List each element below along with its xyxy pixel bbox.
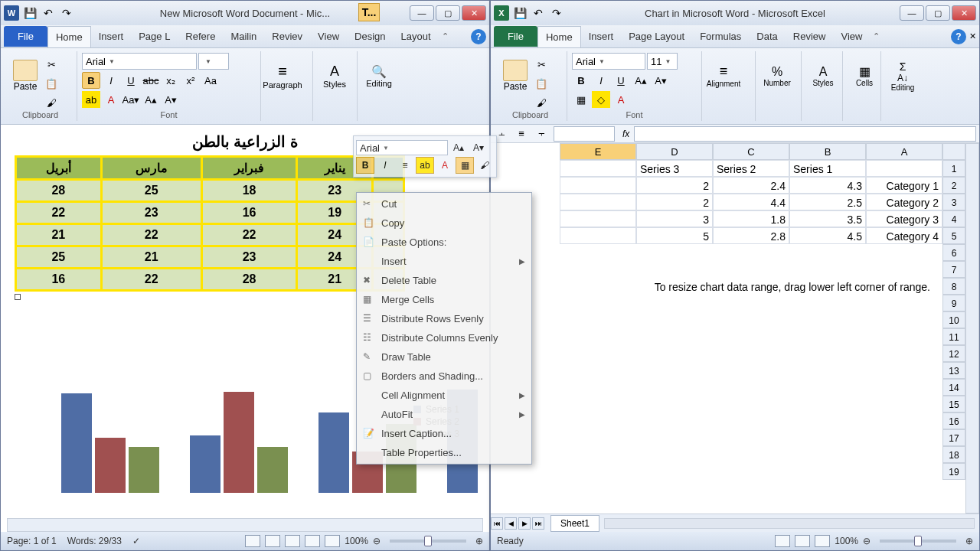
mini-shrink-font[interactable]: A▾ — [469, 139, 488, 156]
editing-button[interactable]: 🔍 Editing — [362, 53, 396, 99]
fill-color-button[interactable]: ◇ — [592, 91, 610, 108]
align-middle-icon[interactable]: ≡ — [512, 126, 531, 142]
align-bottom-icon[interactable]: ⫟ — [532, 126, 550, 142]
outline-view[interactable] — [305, 535, 320, 547]
excel-grid[interactable]: 1 2 3 4 5 6 7 8 9 10 11 12 13 14 15 16 1… — [491, 143, 965, 514]
name-box[interactable] — [554, 126, 615, 142]
redo-icon[interactable]: ↷ — [59, 5, 74, 21]
table-header[interactable]: مارس — [101, 157, 201, 180]
row-header[interactable]: 7 — [942, 261, 965, 278]
ctx-copy[interactable]: 📋Copy — [358, 214, 530, 233]
table-resize-handle[interactable] — [15, 294, 21, 300]
sheet-nav-next[interactable]: ▶ — [518, 517, 531, 530]
cell[interactable]: Category 3 — [866, 210, 942, 227]
grow-font-button[interactable]: A▴ — [632, 72, 650, 89]
col-header[interactable]: D — [636, 143, 713, 160]
page-status[interactable]: Page: 1 of 1 — [7, 536, 57, 546]
zoom-in-button[interactable]: ⊕ — [475, 536, 483, 546]
help-icon[interactable]: ? — [471, 29, 486, 44]
tab-insert[interactable]: Insert — [91, 26, 132, 47]
cell[interactable] — [560, 177, 636, 194]
minimize-ribbon-icon[interactable]: ⌃ — [442, 31, 449, 41]
fx-icon[interactable]: fx — [622, 129, 629, 139]
row-header[interactable]: 18 — [942, 446, 965, 463]
font-color-button[interactable]: A — [102, 91, 120, 108]
shrink-font-button[interactable]: A▾ — [652, 72, 670, 89]
cut-icon[interactable]: ✂ — [532, 56, 550, 73]
sheet-nav-prev[interactable]: ◀ — [505, 517, 517, 530]
tab-design[interactable]: Design — [347, 26, 393, 47]
underline-button[interactable]: U — [612, 72, 630, 89]
minimize-button[interactable]: — — [900, 5, 924, 21]
web-view[interactable] — [285, 535, 300, 547]
row-header[interactable]: 4 — [942, 210, 965, 227]
mini-highlight[interactable]: ab — [416, 157, 434, 174]
cut-icon[interactable]: ✂ — [42, 56, 60, 73]
cell[interactable]: 2.5 — [789, 194, 866, 210]
mini-align[interactable]: ≡ — [396, 157, 414, 174]
ctx-insert-caption[interactable]: 📝Insert Caption... — [358, 424, 530, 443]
underline-button[interactable]: U — [122, 72, 140, 89]
bold-button[interactable]: B — [572, 72, 590, 89]
sheet-nav-first[interactable]: ⏮ — [491, 517, 503, 530]
sheet-nav-last[interactable]: ⏭ — [532, 517, 544, 530]
highlight-button[interactable]: ab — [82, 91, 100, 108]
row-header[interactable]: 14 — [942, 379, 965, 396]
minimize-button[interactable]: — — [410, 5, 434, 21]
col-header[interactable]: C — [713, 143, 789, 160]
mini-font-combo[interactable]: Arial▼ — [356, 140, 448, 155]
cell[interactable] — [560, 194, 636, 210]
mini-bold[interactable]: B — [356, 157, 374, 174]
font-name-combo[interactable]: Arial▼ — [82, 53, 197, 70]
row-header[interactable]: 12 — [942, 345, 965, 362]
paste-button[interactable]: Paste — [498, 53, 532, 99]
cell[interactable]: 4.3 — [789, 177, 866, 194]
spell-check-icon[interactable]: ✓ — [132, 536, 140, 546]
col-header[interactable]: E — [560, 143, 636, 160]
tab-home[interactable]: Home — [537, 26, 581, 47]
cell[interactable]: Series 2 — [713, 160, 789, 177]
tab-mailings[interactable]: Mailin — [223, 26, 264, 47]
shrink-font-button[interactable]: A▾ — [162, 91, 180, 108]
row-header[interactable]: 15 — [942, 396, 965, 412]
ctx-cut[interactable]: ✂Cut — [358, 194, 530, 214]
font-name-combo[interactable]: Arial▼ — [572, 53, 645, 70]
alignment-button[interactable]: ≡Alignment — [707, 53, 740, 99]
row-header[interactable]: 10 — [942, 311, 965, 328]
cells-button[interactable]: ▦Cells — [848, 53, 881, 99]
undo-icon[interactable]: ↶ — [531, 5, 546, 21]
copy-icon[interactable]: 📋 — [532, 75, 550, 92]
tab-review[interactable]: Reviev — [264, 26, 310, 47]
ctx-borders-shading[interactable]: ▢Borders and Shading... — [358, 367, 530, 386]
save-icon[interactable]: 💾 — [512, 5, 528, 21]
cell[interactable]: Series 1 — [789, 160, 866, 177]
cell[interactable]: 4.4 — [713, 194, 789, 210]
cell[interactable]: 2.8 — [713, 227, 789, 244]
mini-shading[interactable]: ▦ — [456, 157, 474, 174]
font-color-button[interactable]: A — [612, 91, 630, 108]
tab-references[interactable]: Refere — [178, 26, 223, 47]
close-button[interactable]: ✕ — [952, 5, 976, 21]
cell[interactable]: 2 — [636, 177, 713, 194]
cell[interactable]: Category 2 — [866, 194, 942, 210]
sheet-tab[interactable]: Sheet1 — [550, 515, 599, 532]
cell[interactable]: Series 3 — [636, 160, 713, 177]
styles-button[interactable]: AStyles — [806, 53, 840, 99]
font-size-combo[interactable]: 11▼ — [647, 53, 678, 70]
tab-page-layout[interactable]: Page L — [131, 26, 178, 47]
maximize-button[interactable]: ▢ — [436, 5, 460, 21]
ctx-distribute-rows[interactable]: ☰Distribute Rows Evenly — [358, 309, 530, 328]
ctx-paste-options[interactable]: 📄Paste Options: — [358, 233, 530, 252]
minimize-ribbon-icon[interactable]: ⌃ — [873, 31, 880, 41]
font-size-combo[interactable]: ▼ — [198, 53, 229, 70]
fullscreen-view[interactable] — [265, 535, 280, 547]
cell[interactable]: 2.4 — [713, 177, 789, 194]
cell[interactable]: Category 1 — [866, 177, 942, 194]
tab-view[interactable]: View — [833, 26, 870, 47]
row-header[interactable]: 2 — [942, 177, 965, 194]
help-icon[interactable]: ? — [951, 29, 966, 44]
tab-file[interactable]: File — [494, 26, 537, 47]
italic-button[interactable]: I — [592, 72, 610, 89]
word-hscrollbar[interactable] — [7, 518, 483, 532]
workbook-close-icon[interactable]: ✕ — [969, 31, 976, 41]
